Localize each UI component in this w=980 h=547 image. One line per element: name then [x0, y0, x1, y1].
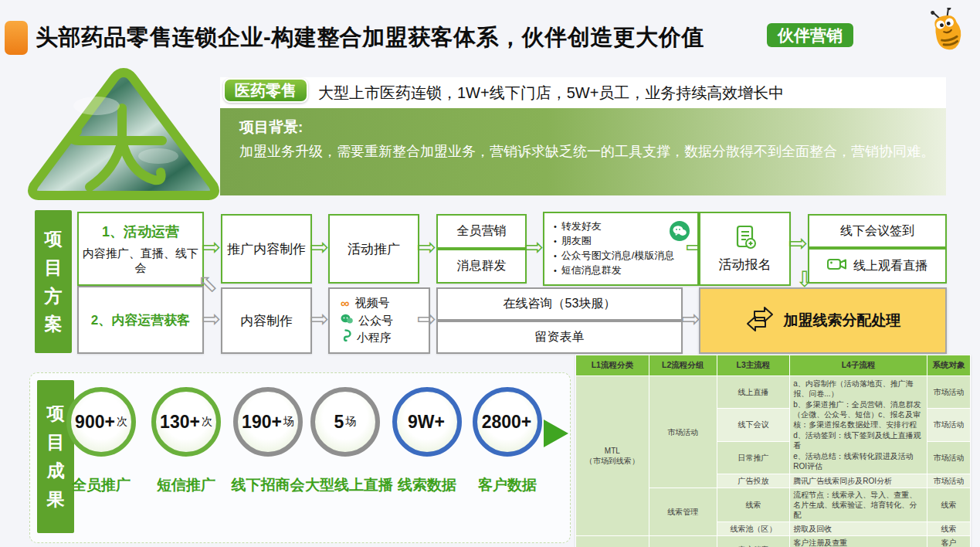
result-value: 5	[334, 412, 344, 433]
section-plan-label: 项目方案	[45, 225, 63, 338]
flow-step-label: 在线咨询（53块服）	[504, 296, 616, 312]
col-header-system: 系统对象	[927, 355, 970, 375]
cell-l3: 日常推广	[717, 442, 790, 474]
result-unit: 场	[283, 415, 294, 429]
bullet-item: 转发好友	[554, 219, 602, 234]
result-label: 大型线上直播	[305, 475, 385, 495]
result-item: 900+次 全员推广	[61, 387, 141, 495]
cell-l3: 客户档案	[717, 536, 790, 547]
table-row: LTC （线索到回款） 客户管理 客户档案 客户注册及查重 客户	[576, 536, 970, 547]
result-unit: 次	[117, 415, 127, 429]
flow-step-label: 活动推广	[348, 240, 400, 258]
l1-label: MTL	[579, 446, 646, 456]
flow-box-content-operation: 2、内容运营获客	[77, 286, 204, 354]
flow-box-all-staff-marketing: 全员营销	[436, 214, 527, 249]
flow-box-event-signup: 活动报名	[699, 212, 791, 286]
flow-step-label: 留资表单	[535, 329, 585, 345]
l4-line: b、多渠道推广：全员营销、消息群发（企微、公众号、短信）c、报名及审核：多渠道报…	[793, 399, 924, 430]
camera-icon	[827, 257, 847, 274]
channels-icon: ∞	[341, 297, 349, 310]
flow-box-offline-checkin: 线下会议签到	[808, 214, 947, 248]
cell-l4: 捞取及回收	[790, 522, 927, 535]
swap-arrows-icon	[745, 306, 775, 335]
arrow-right-icon: ⇨	[202, 307, 221, 331]
section-plan-bar: 项目方案	[35, 210, 72, 353]
flow-box-channels-bullets: 转发好友 朋友圈 公众号图文消息/模版消息 短信消息群发	[543, 212, 699, 286]
result-value: 9W+	[408, 412, 445, 433]
result-value: 130+	[160, 412, 200, 433]
cell-l3: 线下会议	[717, 409, 790, 440]
table-row: MTL （市场到线索） 市场活动 线上直播 a、内容制作（活动落地页、推广海报、…	[576, 376, 970, 408]
result-label: 客户数据	[467, 475, 548, 495]
flow-step-label: 线上观看直播	[853, 258, 927, 274]
flow-box-lead-distribution: 加盟线索分配处理	[699, 287, 947, 354]
arrow-right-icon: ⇨	[681, 307, 700, 331]
result-item: 130+次 短信推广	[146, 387, 226, 495]
cell-l2-market: 市场活动	[649, 376, 717, 488]
flow-step-label: 全员营销	[457, 223, 507, 240]
industry-tag: 医药零售	[223, 78, 308, 103]
flow-box-activity-promo: 活动推广	[328, 214, 419, 284]
col-header-l2: L2流程分组	[649, 355, 717, 375]
slide-canvas: 头部药品零售连锁企业-构建整合加盟获客体系，伙伴创造更大价值 伙伴营销	[0, 0, 980, 547]
result-label: 全员推广	[61, 475, 141, 495]
title-accent-bar	[5, 21, 28, 55]
result-circle: 2800+	[473, 387, 542, 457]
flow-box-activity-operation: 1、活动运营 内容推广、直播、线下会	[77, 212, 204, 286]
flow-box-online-live: 线上观看直播	[808, 248, 947, 284]
flow-step-label: 活动报名	[719, 256, 771, 274]
cell-l4: 流程节点：线索录入、导入、查重、名片生成、线索验证、培育转化、分配	[790, 488, 927, 522]
cell-l3: 线索池（区）	[717, 522, 790, 535]
official-account-icon	[341, 312, 353, 330]
arrow-right-icon: ⇨	[524, 236, 544, 259]
cell-system: 线索	[927, 522, 970, 535]
cell-l3: 线上直播	[717, 376, 790, 408]
l1-sublabel: （市场到线索）	[579, 456, 646, 466]
flow-step-subtitle: 内容推广、直播、线下会	[79, 246, 202, 276]
result-item: 9W+ 线索数据	[387, 387, 467, 495]
result-label: 短信推广	[146, 475, 226, 495]
flow-box-channel-list: ∞ 视频号 公众号 小程序	[328, 287, 430, 354]
result-value: 900+	[75, 412, 115, 433]
cell-l2-lead: 线索管理	[649, 488, 717, 535]
result-circle: 5场	[310, 387, 380, 457]
channel-label: 小程序	[357, 329, 392, 347]
flow-box-lead-form: 留资表单	[436, 321, 683, 354]
flow-step-label: 内容制作	[240, 312, 293, 330]
miniprogram-icon	[341, 329, 351, 347]
bullet-item: 朋友圈	[554, 234, 592, 249]
cell-l1-ltc: LTC （线索到回款）	[576, 536, 649, 547]
cell-system: 市场活动	[927, 409, 970, 440]
result-label: 线索数据	[387, 475, 467, 495]
channel-label: 视频号	[354, 294, 389, 312]
cell-l4: 客户注册及查重	[790, 536, 927, 547]
flow-box-message-blast: 消息群发	[436, 249, 527, 284]
cell-system: 市场活动	[927, 442, 970, 474]
result-item: 5场 大型线上直播	[305, 387, 385, 495]
l4-line: d、活动签到：线下签到及线上直播观看	[793, 430, 924, 450]
l4-line: a、内容制作（活动落地页、推广海报、问卷...）	[793, 379, 924, 399]
partner-marketing-badge: 伙伴营销	[767, 23, 853, 47]
cell-system: 客户	[927, 536, 970, 547]
arrow-right-icon: ⇨	[788, 232, 808, 255]
result-value: 2800+	[482, 412, 532, 433]
flow-step-label: 加盟线索分配处理	[784, 311, 901, 331]
flow-step-label: 线下会议签到	[840, 223, 914, 240]
cell-l3: 线索	[717, 488, 790, 522]
bullet-item: 短信消息群发	[554, 263, 622, 278]
cell-l4-abc: a、内容制作（活动落地页、推广海报、问卷...） b、多渠道推广：全员营销、消息…	[790, 376, 927, 474]
result-circle: 900+次	[66, 387, 136, 457]
results-to-table-arrow-icon	[544, 420, 568, 447]
form-icon	[734, 225, 756, 253]
result-value: 190+	[242, 412, 282, 433]
cell-system: 线索	[927, 488, 970, 522]
background-text: 加盟业务升级，需要重新整合加盟业务，营销诉求缺乏统一的工具支撑，数据分散得不到全…	[239, 141, 938, 162]
l4-line: e、活动总结：线索转化跟进及活动ROI评估	[793, 451, 924, 471]
arrow-right-icon: ⇨	[310, 236, 329, 259]
flow-step-title: 1、活动运营	[102, 223, 179, 241]
bee-logo-icon	[926, 8, 969, 57]
result-circle: 9W+	[392, 387, 462, 457]
page-title: 头部药品零售连锁企业-构建整合加盟获客体系，伙伴创造更大价值	[36, 22, 704, 53]
cell-system: 市场活动	[927, 474, 970, 488]
result-item: 2800+ 客户数据	[467, 387, 548, 495]
